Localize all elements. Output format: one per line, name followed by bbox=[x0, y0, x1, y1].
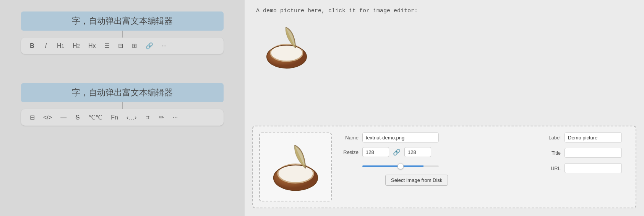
toolbar-1: B I H1 H2 Hx ☰ ⊟ ⊞ 🔗 ··· bbox=[21, 38, 224, 54]
toolbar-ol-btn[interactable]: ⊟ bbox=[117, 41, 125, 50]
select-btn-row: Select Image from Disk bbox=[339, 173, 538, 186]
toolbar-bold-btn[interactable]: B bbox=[28, 42, 36, 50]
demo-label: A demo picture here, click it for image … bbox=[256, 8, 633, 14]
toolbar2-more-btn[interactable]: ··· bbox=[171, 113, 179, 122]
toolbar2-pen-btn[interactable]: ✏ bbox=[157, 113, 165, 122]
image-editor-panel: Name Resize 🔗 Select Image from Disk bbox=[252, 126, 636, 208]
toolbar-link-btn[interactable]: 🔗 bbox=[144, 41, 155, 50]
coconut-top-image[interactable] bbox=[260, 20, 313, 74]
meta-label-input[interactable] bbox=[565, 133, 622, 142]
section-1: 字，自动弹出富文本编辑器 B I H1 H2 Hx ☰ ⊟ ⊞ 🔗 ··· bbox=[0, 11, 245, 54]
toolbar-h1-btn[interactable]: H1 bbox=[55, 42, 66, 50]
toolbar2-tag-btn[interactable]: ⌗ bbox=[143, 113, 152, 122]
connector-1 bbox=[122, 31, 123, 38]
coconut-preview-image bbox=[266, 137, 325, 197]
resize-row: Resize 🔗 bbox=[339, 147, 538, 157]
section-2: 字，自动弹出富文本编辑器 ⊟ </> — S ℃℃ Fn ‹…› ⌗ ✏ ··· bbox=[0, 83, 245, 126]
connector-2 bbox=[122, 102, 123, 109]
meta-title-label: Title bbox=[545, 150, 561, 156]
toolbar2-strike-btn[interactable]: S bbox=[73, 113, 82, 122]
editor-form: Name Resize 🔗 Select Image from Disk bbox=[339, 133, 538, 186]
toolbar2-image-btn[interactable]: ⊟ bbox=[28, 113, 36, 122]
link-icon: 🔗 bbox=[393, 149, 401, 156]
editor-image-preview[interactable] bbox=[259, 133, 332, 201]
toolbar-checklist-btn[interactable]: ⊞ bbox=[130, 41, 139, 50]
select-image-button[interactable]: Select Image from Disk bbox=[385, 175, 448, 186]
resize-width-input[interactable] bbox=[362, 147, 389, 157]
resize-label: Resize bbox=[339, 149, 358, 155]
toolbar2-embed-btn[interactable]: ‹…› bbox=[125, 113, 138, 122]
name-label: Name bbox=[339, 135, 358, 141]
meta-label-row: Label bbox=[545, 133, 629, 142]
resize-height-input[interactable] bbox=[404, 147, 431, 157]
resize-slider[interactable] bbox=[362, 165, 439, 167]
toolbar2-hr-btn[interactable]: — bbox=[59, 113, 68, 122]
toolbar-hx-btn[interactable]: Hx bbox=[87, 42, 97, 50]
toolbar-h2-btn[interactable]: H2 bbox=[71, 42, 81, 50]
name-input[interactable] bbox=[362, 133, 439, 142]
text-block-2: 字，自动弹出富文本编辑器 bbox=[21, 83, 224, 102]
toolbar-ul-btn[interactable]: ☰ bbox=[103, 41, 111, 50]
name-row: Name bbox=[339, 133, 538, 142]
slider-row bbox=[339, 162, 538, 169]
right-panel: A demo picture here, click it for image … bbox=[245, 0, 644, 216]
top-image-container[interactable] bbox=[260, 20, 633, 74]
toolbar-italic-btn[interactable]: I bbox=[42, 42, 50, 50]
meta-panel: Label Title URL bbox=[545, 133, 629, 173]
meta-label-label: Label bbox=[545, 135, 561, 141]
toolbar-2: ⊟ </> — S ℃℃ Fn ‹…› ⌗ ✏ ··· bbox=[21, 109, 224, 126]
left-panel: 字，自动弹出富文本编辑器 B I H1 H2 Hx ☰ ⊟ ⊞ 🔗 ··· 字，… bbox=[0, 0, 245, 216]
text-block-1: 字，自动弹出富文本编辑器 bbox=[21, 11, 224, 31]
toolbar-more-btn[interactable]: ··· bbox=[160, 42, 169, 50]
meta-title-input[interactable] bbox=[565, 148, 622, 158]
meta-url-label: URL bbox=[545, 165, 561, 171]
toolbar2-fn-btn[interactable]: Fn bbox=[109, 113, 120, 122]
toolbar2-mention-btn[interactable]: ℃℃ bbox=[87, 113, 104, 122]
toolbar2-code-btn[interactable]: </> bbox=[42, 113, 54, 122]
meta-url-input[interactable] bbox=[565, 163, 622, 173]
meta-title-row: Title bbox=[545, 148, 629, 158]
meta-url-row: URL bbox=[545, 163, 629, 173]
